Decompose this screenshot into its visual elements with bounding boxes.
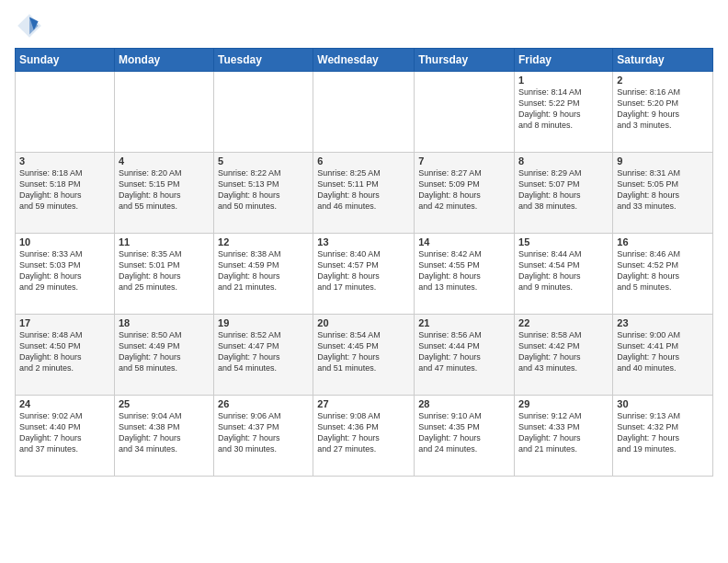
day-number: 26: [218, 398, 309, 409]
day-number: 27: [317, 398, 410, 409]
day-info: Sunrise: 8:18 AM Sunset: 5:18 PM Dayligh…: [19, 167, 110, 213]
calendar-cell: 19Sunrise: 8:52 AM Sunset: 4:47 PM Dayli…: [214, 315, 313, 396]
day-number: 23: [617, 317, 709, 328]
calendar-cell: 6Sunrise: 8:25 AM Sunset: 5:11 PM Daylig…: [313, 153, 415, 234]
calendar-week-row: 10Sunrise: 8:33 AM Sunset: 5:03 PM Dayli…: [16, 234, 713, 315]
calendar-cell: [313, 72, 415, 153]
day-info: Sunrise: 8:54 AM Sunset: 4:45 PM Dayligh…: [317, 329, 410, 374]
day-info: Sunrise: 9:02 AM Sunset: 4:40 PM Dayligh…: [19, 410, 110, 455]
calendar-cell: 26Sunrise: 9:06 AM Sunset: 4:37 PM Dayli…: [214, 396, 313, 477]
calendar-cell: 15Sunrise: 8:44 AM Sunset: 4:54 PM Dayli…: [515, 234, 613, 315]
calendar-cell: 22Sunrise: 8:58 AM Sunset: 4:42 PM Dayli…: [515, 315, 613, 396]
calendar-cell: 2Sunrise: 8:16 AM Sunset: 5:20 PM Daylig…: [613, 72, 713, 153]
weekday-header-sunday: Sunday: [16, 49, 115, 72]
day-info: Sunrise: 8:50 AM Sunset: 4:49 PM Dayligh…: [119, 329, 210, 374]
day-info: Sunrise: 8:25 AM Sunset: 5:11 PM Dayligh…: [317, 167, 410, 213]
weekday-header-tuesday: Tuesday: [214, 49, 313, 72]
day-info: Sunrise: 9:04 AM Sunset: 4:38 PM Dayligh…: [119, 410, 210, 455]
day-number: 30: [617, 398, 709, 409]
calendar-cell: 12Sunrise: 8:38 AM Sunset: 4:59 PM Dayli…: [214, 234, 313, 315]
weekday-header-thursday: Thursday: [415, 49, 515, 72]
logo: [15, 11, 48, 40]
day-info: Sunrise: 8:40 AM Sunset: 4:57 PM Dayligh…: [317, 248, 410, 293]
calendar-cell: 1Sunrise: 8:14 AM Sunset: 5:22 PM Daylig…: [515, 72, 613, 153]
calendar-cell: 3Sunrise: 8:18 AM Sunset: 5:18 PM Daylig…: [16, 153, 115, 234]
calendar-cell: 30Sunrise: 9:13 AM Sunset: 4:32 PM Dayli…: [613, 396, 713, 477]
calendar-cell: [415, 72, 515, 153]
calendar-cell: 4Sunrise: 8:20 AM Sunset: 5:15 PM Daylig…: [114, 153, 213, 234]
day-number: 15: [518, 236, 609, 247]
day-info: Sunrise: 8:29 AM Sunset: 5:07 PM Dayligh…: [518, 167, 609, 213]
day-info: Sunrise: 8:48 AM Sunset: 4:50 PM Dayligh…: [19, 329, 110, 374]
calendar-cell: 18Sunrise: 8:50 AM Sunset: 4:49 PM Dayli…: [114, 315, 213, 396]
day-number: 29: [518, 398, 609, 409]
calendar-table: SundayMondayTuesdayWednesdayThursdayFrid…: [15, 48, 713, 477]
weekday-header-row: SundayMondayTuesdayWednesdayThursdayFrid…: [16, 49, 713, 72]
day-info: Sunrise: 8:42 AM Sunset: 4:55 PM Dayligh…: [418, 248, 510, 293]
day-number: 28: [418, 398, 510, 409]
day-info: Sunrise: 8:44 AM Sunset: 4:54 PM Dayligh…: [518, 248, 609, 293]
day-info: Sunrise: 9:12 AM Sunset: 4:33 PM Dayligh…: [518, 410, 609, 455]
calendar-week-row: 1Sunrise: 8:14 AM Sunset: 5:22 PM Daylig…: [16, 72, 713, 153]
day-number: 8: [518, 155, 609, 167]
day-number: 5: [218, 155, 309, 167]
calendar-cell: 11Sunrise: 8:35 AM Sunset: 5:01 PM Dayli…: [114, 234, 213, 315]
day-number: 20: [317, 317, 410, 328]
calendar-week-row: 24Sunrise: 9:02 AM Sunset: 4:40 PM Dayli…: [16, 396, 713, 477]
calendar-cell: 27Sunrise: 9:08 AM Sunset: 4:36 PM Dayli…: [313, 396, 415, 477]
day-number: 6: [317, 155, 410, 167]
calendar-cell: 7Sunrise: 8:27 AM Sunset: 5:09 PM Daylig…: [415, 153, 515, 234]
calendar-cell: 21Sunrise: 8:56 AM Sunset: 4:44 PM Dayli…: [415, 315, 515, 396]
calendar-cell: 20Sunrise: 8:54 AM Sunset: 4:45 PM Dayli…: [313, 315, 415, 396]
day-number: 18: [119, 317, 210, 328]
calendar-cell: 14Sunrise: 8:42 AM Sunset: 4:55 PM Dayli…: [415, 234, 515, 315]
day-info: Sunrise: 8:52 AM Sunset: 4:47 PM Dayligh…: [218, 329, 309, 374]
day-info: Sunrise: 8:38 AM Sunset: 4:59 PM Dayligh…: [218, 248, 309, 293]
day-info: Sunrise: 8:16 AM Sunset: 5:20 PM Dayligh…: [617, 86, 709, 132]
day-info: Sunrise: 9:00 AM Sunset: 4:41 PM Dayligh…: [617, 329, 709, 374]
calendar-cell: 24Sunrise: 9:02 AM Sunset: 4:40 PM Dayli…: [16, 396, 115, 477]
day-number: 3: [19, 155, 110, 167]
calendar-cell: 13Sunrise: 8:40 AM Sunset: 4:57 PM Dayli…: [313, 234, 415, 315]
day-info: Sunrise: 8:35 AM Sunset: 5:01 PM Dayligh…: [119, 248, 210, 293]
day-info: Sunrise: 9:08 AM Sunset: 4:36 PM Dayligh…: [317, 410, 410, 455]
day-number: 4: [119, 155, 210, 167]
day-number: 7: [418, 155, 510, 167]
day-info: Sunrise: 8:22 AM Sunset: 5:13 PM Dayligh…: [218, 167, 309, 213]
day-number: 10: [19, 236, 110, 247]
day-number: 12: [218, 236, 309, 247]
calendar-cell: 16Sunrise: 8:46 AM Sunset: 4:52 PM Dayli…: [613, 234, 713, 315]
day-number: 9: [617, 155, 709, 167]
day-number: 2: [617, 75, 709, 86]
day-info: Sunrise: 9:06 AM Sunset: 4:37 PM Dayligh…: [218, 410, 309, 455]
calendar-cell: [114, 72, 213, 153]
day-info: Sunrise: 8:14 AM Sunset: 5:22 PM Dayligh…: [518, 86, 609, 132]
calendar-cell: 23Sunrise: 9:00 AM Sunset: 4:41 PM Dayli…: [613, 315, 713, 396]
day-info: Sunrise: 9:10 AM Sunset: 4:35 PM Dayligh…: [418, 410, 510, 455]
day-info: Sunrise: 8:33 AM Sunset: 5:03 PM Dayligh…: [19, 248, 110, 293]
page-container: SundayMondayTuesdayWednesdayThursdayFrid…: [0, 0, 728, 563]
day-number: 11: [119, 236, 210, 247]
day-number: 22: [518, 317, 609, 328]
day-number: 19: [218, 317, 309, 328]
calendar-cell: 9Sunrise: 8:31 AM Sunset: 5:05 PM Daylig…: [613, 153, 713, 234]
day-info: Sunrise: 8:27 AM Sunset: 5:09 PM Dayligh…: [418, 167, 510, 213]
calendar-cell: 8Sunrise: 8:29 AM Sunset: 5:07 PM Daylig…: [515, 153, 613, 234]
day-number: 24: [19, 398, 110, 409]
day-info: Sunrise: 8:46 AM Sunset: 4:52 PM Dayligh…: [617, 248, 709, 293]
weekday-header-wednesday: Wednesday: [313, 49, 415, 72]
day-info: Sunrise: 8:31 AM Sunset: 5:05 PM Dayligh…: [617, 167, 709, 213]
day-number: 21: [418, 317, 510, 328]
calendar-cell: 17Sunrise: 8:48 AM Sunset: 4:50 PM Dayli…: [16, 315, 115, 396]
day-number: 16: [617, 236, 709, 247]
day-info: Sunrise: 8:58 AM Sunset: 4:42 PM Dayligh…: [518, 329, 609, 374]
weekday-header-saturday: Saturday: [613, 49, 713, 72]
calendar-week-row: 3Sunrise: 8:18 AM Sunset: 5:18 PM Daylig…: [16, 153, 713, 234]
day-number: 17: [19, 317, 110, 328]
day-number: 13: [317, 236, 410, 247]
calendar-cell: 28Sunrise: 9:10 AM Sunset: 4:35 PM Dayli…: [415, 396, 515, 477]
day-info: Sunrise: 8:20 AM Sunset: 5:15 PM Dayligh…: [119, 167, 210, 213]
header: [15, 11, 713, 40]
calendar-cell: 25Sunrise: 9:04 AM Sunset: 4:38 PM Dayli…: [114, 396, 213, 477]
calendar-cell: [214, 72, 313, 153]
